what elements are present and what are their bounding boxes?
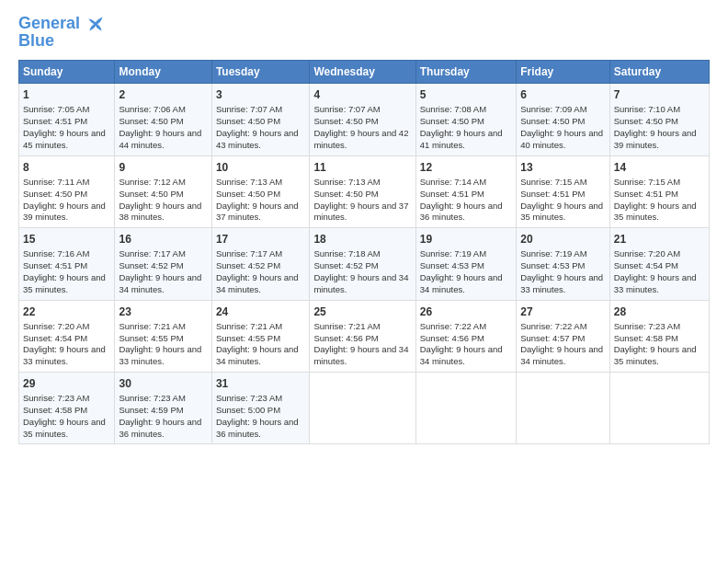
sunrise-text: Sunrise: 7:14 AM [420,177,486,187]
logo-blue: Blue [18,31,105,51]
day-number: 12 [420,160,512,175]
calendar-cell: 29Sunrise: 7:23 AMSunset: 4:58 PMDayligh… [19,373,115,444]
sunrise-text: Sunrise: 7:19 AM [420,248,486,259]
day-number: 25 [313,304,411,319]
daylight-text: Daylight: 9 hours and 37 minutes. [216,201,299,223]
calendar-cell [310,373,415,444]
daylight-text: Daylight: 9 hours and 33 minutes. [119,344,201,366]
calendar-week-4: 29Sunrise: 7:23 AMSunset: 4:58 PMDayligh… [19,373,710,444]
day-number: 4 [313,87,411,102]
calendar-cell: 5Sunrise: 7:08 AMSunset: 4:50 PMDaylight… [415,84,516,155]
calendar-cell: 22Sunrise: 7:20 AMSunset: 4:54 PMDayligh… [19,300,115,372]
calendar-cell: 11Sunrise: 7:13 AMSunset: 4:50 PMDayligh… [310,155,415,227]
daylight-text: Daylight: 9 hours and 33 minutes. [614,272,697,294]
sunrise-text: Sunrise: 7:22 AM [520,321,586,331]
sunrise-text: Sunrise: 7:23 AM [614,321,680,331]
calendar-cell: 16Sunrise: 7:17 AMSunset: 4:52 PMDayligh… [115,228,211,300]
calendar-cell: 3Sunrise: 7:07 AMSunset: 4:50 PMDaylight… [211,84,310,155]
day-number: 23 [119,304,207,319]
day-number: 26 [420,304,512,319]
daylight-text: Daylight: 9 hours and 36 minutes. [420,201,503,223]
sunset-text: Sunset: 4:50 PM [313,116,378,126]
daylight-text: Daylight: 9 hours and 35 minutes. [520,201,603,223]
sunrise-text: Sunrise: 7:20 AM [23,321,89,331]
day-number: 9 [119,160,207,175]
daylight-text: Daylight: 9 hours and 41 minutes. [420,128,503,150]
calendar-cell [609,373,709,444]
sunrise-text: Sunrise: 7:09 AM [520,104,586,114]
sunrise-text: Sunrise: 7:08 AM [420,104,486,114]
daylight-text: Daylight: 9 hours and 36 minutes. [119,417,201,439]
sunset-text: Sunset: 4:52 PM [119,260,183,270]
day-number: 29 [23,376,110,391]
sunset-text: Sunset: 4:57 PM [520,333,585,343]
sunset-text: Sunset: 4:51 PM [614,189,678,199]
header: General Blue [18,15,710,51]
day-number: 28 [614,304,705,319]
sunset-text: Sunset: 5:00 PM [216,405,280,415]
calendar-cell: 27Sunrise: 7:22 AMSunset: 4:57 PMDayligh… [517,300,609,372]
sunrise-text: Sunrise: 7:21 AM [119,321,185,331]
daylight-text: Daylight: 9 hours and 35 minutes. [614,344,697,366]
day-number: 3 [216,87,306,102]
calendar-cell: 15Sunrise: 7:16 AMSunset: 4:51 PMDayligh… [19,228,115,300]
sunrise-text: Sunrise: 7:05 AM [23,104,89,114]
day-number: 1 [23,87,110,102]
sunrise-text: Sunrise: 7:13 AM [216,177,282,187]
calendar-cell: 30Sunrise: 7:23 AMSunset: 4:59 PMDayligh… [115,373,211,444]
logo-text: General [18,15,105,33]
sunset-text: Sunset: 4:55 PM [119,333,183,343]
sunset-text: Sunset: 4:58 PM [23,405,87,415]
sunrise-text: Sunrise: 7:17 AM [119,248,185,259]
sunset-text: Sunset: 4:51 PM [520,189,585,199]
sunrise-text: Sunrise: 7:23 AM [119,393,185,403]
sunset-text: Sunset: 4:54 PM [23,333,87,343]
calendar-week-2: 15Sunrise: 7:16 AMSunset: 4:51 PMDayligh… [19,228,710,300]
calendar-cell: 26Sunrise: 7:22 AMSunset: 4:56 PMDayligh… [415,300,516,372]
sunrise-text: Sunrise: 7:21 AM [313,321,380,331]
daylight-text: Daylight: 9 hours and 34 minutes. [216,272,299,294]
sunrise-text: Sunrise: 7:22 AM [420,321,486,331]
sunset-text: Sunset: 4:50 PM [216,189,280,199]
daylight-text: Daylight: 9 hours and 39 minutes. [614,128,697,150]
sunset-text: Sunset: 4:50 PM [313,189,378,199]
calendar-cell: 7Sunrise: 7:10 AMSunset: 4:50 PMDaylight… [609,84,709,155]
sunrise-text: Sunrise: 7:23 AM [23,393,89,403]
sunrise-text: Sunrise: 7:11 AM [23,177,89,187]
day-number: 24 [216,304,306,319]
sunset-text: Sunset: 4:50 PM [23,189,87,199]
sunrise-text: Sunrise: 7:13 AM [313,177,380,187]
day-number: 27 [520,304,605,319]
calendar-cell: 31Sunrise: 7:23 AMSunset: 5:00 PMDayligh… [211,373,310,444]
sunrise-text: Sunrise: 7:18 AM [313,248,380,259]
sunrise-text: Sunrise: 7:21 AM [216,321,282,331]
sunset-text: Sunset: 4:54 PM [614,260,678,270]
calendar-week-3: 22Sunrise: 7:20 AMSunset: 4:54 PMDayligh… [19,300,710,372]
sunrise-text: Sunrise: 7:07 AM [216,104,282,114]
day-number: 8 [23,160,110,175]
calendar-cell: 19Sunrise: 7:19 AMSunset: 4:53 PMDayligh… [415,228,516,300]
day-number: 31 [216,376,306,391]
daylight-text: Daylight: 9 hours and 34 minutes. [520,344,603,366]
calendar-cell: 13Sunrise: 7:15 AMSunset: 4:51 PMDayligh… [517,155,609,227]
daylight-text: Daylight: 9 hours and 45 minutes. [23,128,106,150]
sunset-text: Sunset: 4:51 PM [420,189,484,199]
day-header-monday: Monday [115,61,211,84]
day-number: 16 [119,232,207,247]
day-number: 10 [216,160,306,175]
daylight-text: Daylight: 9 hours and 34 minutes. [119,272,201,294]
daylight-text: Daylight: 9 hours and 35 minutes. [614,201,697,223]
day-number: 6 [520,87,605,102]
sunset-text: Sunset: 4:53 PM [420,260,484,270]
calendar-table: SundayMondayTuesdayWednesdayThursdayFrid… [18,60,710,444]
day-number: 15 [23,232,110,247]
calendar-cell: 20Sunrise: 7:19 AMSunset: 4:53 PMDayligh… [517,228,609,300]
daylight-text: Daylight: 9 hours and 35 minutes. [23,272,106,294]
day-number: 11 [313,160,411,175]
day-number: 20 [520,232,605,247]
calendar-cell: 25Sunrise: 7:21 AMSunset: 4:56 PMDayligh… [310,300,415,372]
daylight-text: Daylight: 9 hours and 33 minutes. [23,344,106,366]
sunset-text: Sunset: 4:56 PM [313,333,378,343]
calendar-cell: 21Sunrise: 7:20 AMSunset: 4:54 PMDayligh… [609,228,709,300]
sunset-text: Sunset: 4:50 PM [614,116,678,126]
